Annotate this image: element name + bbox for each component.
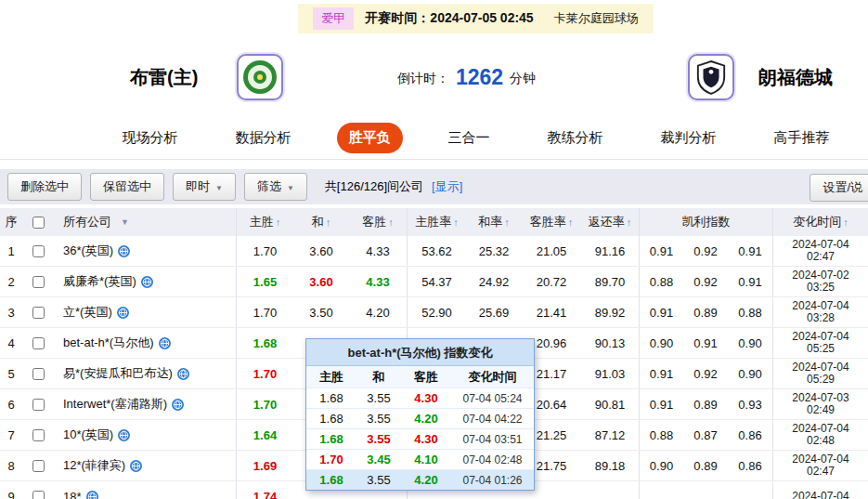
company-cell[interactable]: 36*(英国) xyxy=(54,236,236,266)
kelly-draw: 0.92 xyxy=(683,267,728,296)
kelly-away: 0.86 xyxy=(728,420,772,450)
row-index: 8 xyxy=(0,451,22,480)
header-checkbox-cell xyxy=(22,208,54,236)
return-rate: 91.16 xyxy=(581,236,639,266)
col-change-time[interactable]: 变化时间↑ xyxy=(772,208,868,236)
countdown-label: 倒计时： xyxy=(397,71,449,85)
change-time: 2024-07-0402:48 xyxy=(772,420,868,450)
col-company-label: 所有公司 xyxy=(63,214,111,230)
globe-icon xyxy=(118,245,130,257)
company-cell[interactable]: 10*(英国) xyxy=(54,420,236,450)
col-draw-odds[interactable]: 和↑ xyxy=(293,208,349,236)
row-index: 3 xyxy=(0,297,22,327)
col-away-odds[interactable]: 客胜↑ xyxy=(349,208,407,236)
company-cell[interactable]: 12*(菲律宾) xyxy=(54,451,236,480)
draw-odds: 3.50 xyxy=(293,297,349,327)
company-cell[interactable]: 立*(英国) xyxy=(54,297,236,327)
row-checkbox[interactable] xyxy=(32,460,45,472)
col-away-rate[interactable]: 客胜率↑ xyxy=(522,208,581,236)
home-odds: 1.65 xyxy=(236,267,293,296)
popup-row: 1.683.554.2007-04 04:22 xyxy=(306,408,534,428)
col-draw-rate[interactable]: 和率↑ xyxy=(466,208,522,236)
col-home-rate[interactable]: 主胜率↑ xyxy=(407,208,466,236)
popup-home-odds: 1.68 xyxy=(306,391,356,405)
company-cell[interactable]: bet-at-h*(马尔他) xyxy=(54,328,236,358)
row-index: 6 xyxy=(0,389,22,419)
kelly-away: 0.91 xyxy=(728,236,772,266)
table-header: 序 所有公司▼ 主胜↑ 和↑ 客胜↑ 主胜率↑ 和率↑ 客胜率↑ 返还率↑ 凯利… xyxy=(0,208,868,236)
nav-tab-live-analysis[interactable]: 现场分析 xyxy=(110,123,190,153)
nav-tab-expert-picks[interactable]: 高手推荐 xyxy=(762,123,842,153)
company-cell[interactable]: Interwet*(塞浦路斯) xyxy=(54,389,236,419)
nav-tab-win-draw-lose[interactable]: 胜平负 xyxy=(337,123,403,153)
instant-dropdown[interactable]: 即时▼ xyxy=(173,173,236,201)
popup-away-odds: 4.20 xyxy=(401,473,451,487)
sort-up-icon: ↑ xyxy=(504,217,510,228)
popup-away-odds: 4.20 xyxy=(401,412,451,426)
col-draw-odds-label: 和 xyxy=(312,214,324,230)
keep-selected-button[interactable]: 保留选中 xyxy=(90,173,164,201)
row-checkbox[interactable] xyxy=(32,399,45,411)
globe-icon xyxy=(159,337,171,349)
company-cell[interactable]: 威廉希*(英国) xyxy=(54,267,236,296)
row-checkbox[interactable] xyxy=(32,307,45,319)
company-cell[interactable]: 易*(安提瓜和巴布达) xyxy=(54,359,236,388)
nav-tab-data-analysis[interactable]: 数据分析 xyxy=(224,123,304,153)
row-checkbox[interactable] xyxy=(32,337,45,349)
popup-away-odds: 4.10 xyxy=(401,453,451,466)
row-index: 2 xyxy=(0,267,22,296)
sort-up-icon: ↑ xyxy=(276,217,281,228)
row-index: 4 xyxy=(0,328,22,358)
select-all-checkbox[interactable] xyxy=(32,217,45,229)
home-win-rate: 54.37 xyxy=(407,267,466,296)
filter-caret-icon: ▼ xyxy=(121,217,129,227)
nav-tab-three-in-one[interactable]: 三合一 xyxy=(436,123,502,153)
return-rate: 89.92 xyxy=(581,297,639,327)
popup-change-time: 07-04 03:51 xyxy=(451,433,534,446)
kelly-away: 0.91 xyxy=(728,267,772,296)
return-rate: 87.12 xyxy=(581,420,639,450)
col-home-odds[interactable]: 主胜↑ xyxy=(236,208,293,236)
return-rate: 91.03 xyxy=(581,359,639,388)
kelly-away: 0.88 xyxy=(728,297,772,327)
company-cell[interactable]: 18* xyxy=(54,481,236,499)
show-link[interactable]: [显示] xyxy=(432,178,462,195)
globe-icon xyxy=(86,491,98,499)
return-rate: 90.13 xyxy=(581,328,639,358)
table-row: 3立*(英国)1.703.504.2052.9025.6921.4189.920… xyxy=(0,297,868,328)
row-checkbox[interactable] xyxy=(32,429,45,441)
change-time: 2024-07-0302:49 xyxy=(772,389,868,419)
league-badge[interactable]: 爱甲 xyxy=(313,7,354,30)
popup-change-time: 07-04 01:26 xyxy=(451,474,534,487)
popup-title: bet-at-h*(马尔他) 指数变化 xyxy=(306,339,534,366)
row-checkbox[interactable] xyxy=(32,245,45,257)
row-checkbox[interactable] xyxy=(32,276,45,288)
return-rate xyxy=(581,481,639,499)
settings-button[interactable]: 设置/说 xyxy=(810,174,868,202)
kelly-draw: 0.92 xyxy=(683,236,728,266)
popup-col-time: 变化时间 xyxy=(451,369,534,386)
popup-header: 主胜 和 客胜 变化时间 xyxy=(306,366,534,387)
sort-up-icon: ↑ xyxy=(568,217,574,228)
away-odds: 4.33 xyxy=(349,267,407,296)
kickoff-time: 开赛时间：2024-07-05 02:45 xyxy=(365,10,533,27)
home-win-rate: 53.62 xyxy=(407,236,466,266)
kelly-away: 0.90 xyxy=(728,359,772,388)
row-checkbox[interactable] xyxy=(32,491,45,499)
row-checkbox-cell xyxy=(22,420,54,450)
popup-draw-odds: 3.55 xyxy=(356,391,401,405)
kelly-home: 0.88 xyxy=(639,420,683,450)
away-team-logo xyxy=(688,54,734,100)
col-company[interactable]: 所有公司▼ xyxy=(54,208,236,236)
popup-row: 1.683.554.3007-04 05:24 xyxy=(306,387,534,408)
return-rate: 90.81 xyxy=(581,389,639,419)
nav-tab-referee-analysis[interactable]: 裁判分析 xyxy=(649,123,729,153)
filter-dropdown[interactable]: 筛选▼ xyxy=(244,173,307,201)
delete-selected-button[interactable]: 删除选中 xyxy=(7,173,82,201)
home-odds: 1.70 xyxy=(236,389,293,419)
row-checkbox[interactable] xyxy=(32,368,45,380)
nav-tab-coach-analysis[interactable]: 教练分析 xyxy=(536,123,615,153)
col-return-rate[interactable]: 返还率↑ xyxy=(581,208,639,236)
kelly-draw: 0.89 xyxy=(683,389,728,419)
row-checkbox-cell xyxy=(22,236,54,266)
